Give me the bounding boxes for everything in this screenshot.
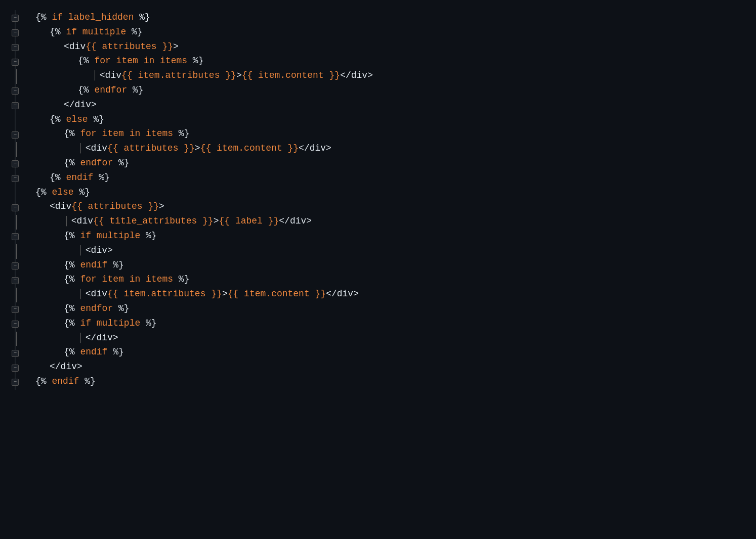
token-white: <div (86, 141, 107, 156)
code-line: {% if label_hidden %} (35, 10, 756, 25)
code-line: │<div{{ title_attributes }}>{{ label }}<… (35, 214, 756, 229)
token-white: {% (35, 185, 47, 200)
token-white: {% (64, 301, 75, 316)
token-white: > (222, 287, 228, 301)
token-orange: {{ item.content }} (200, 141, 299, 156)
token-white: </div> (86, 331, 118, 345)
token-orange: for item in items (89, 54, 193, 68)
gutter-line (0, 375, 30, 390)
fold-pipe-icon (16, 69, 17, 84)
token-white: %} (132, 25, 143, 39)
token-white: %} (79, 185, 90, 200)
token-white: %} (139, 10, 150, 25)
code-line: <div{{ attributes }}> (35, 39, 756, 54)
indent-guide: │ (92, 68, 98, 83)
token-orange: endif (47, 374, 85, 389)
fold-collapse-icon[interactable] (12, 29, 19, 36)
code-line: │<div{{ item.attributes }}>{{ item.conte… (35, 287, 756, 301)
token-orange: endfor (75, 301, 118, 316)
token-white: <div (50, 199, 71, 214)
fold-collapse-icon[interactable] (12, 44, 19, 51)
fold-collapse-icon[interactable] (12, 262, 19, 270)
code-line: </div> (35, 98, 756, 112)
fold-pipe-icon (16, 332, 17, 346)
gutter-line (0, 157, 30, 171)
gutter-line (0, 186, 30, 201)
token-orange: for item in items (75, 126, 179, 141)
token-white: {% (64, 272, 75, 287)
gutter-line (0, 142, 30, 157)
token-white: {% (64, 345, 75, 360)
fold-collapse-icon[interactable] (12, 160, 19, 167)
token-white: </div> (279, 214, 312, 229)
gutter-line (0, 55, 30, 69)
token-white: <div (64, 39, 86, 54)
code-line: {% if multiple %} (35, 25, 756, 39)
fold-collapse-icon[interactable] (12, 365, 19, 372)
code-line: {% for item in items %} (35, 54, 756, 68)
fold-collapse-icon[interactable] (12, 321, 19, 328)
token-white: %} (99, 170, 110, 185)
token-white: {% (64, 258, 75, 273)
gutter-line (0, 215, 30, 230)
gutter-line (0, 40, 30, 55)
token-orange: endif (61, 170, 99, 185)
gutter-line (0, 332, 30, 346)
code-line: {% endif %} (35, 258, 756, 273)
token-white: <div (86, 287, 107, 301)
token-orange: if multiple (75, 229, 146, 243)
fold-collapse-icon[interactable] (12, 306, 19, 313)
token-white: </div> (340, 68, 373, 83)
code-editor: {% if label_hidden %}{% if multiple %}<d… (0, 0, 756, 400)
fold-collapse-icon[interactable] (12, 233, 19, 240)
gutter-line (0, 26, 30, 40)
token-white: %} (118, 156, 130, 170)
fold-collapse-icon[interactable] (12, 175, 19, 182)
token-white: <div> (86, 243, 113, 258)
token-white: {% (50, 170, 61, 185)
token-white: %} (146, 229, 157, 243)
token-white: > (173, 39, 179, 54)
code-line: {% endfor %} (35, 83, 756, 98)
gutter-line (0, 171, 30, 186)
token-orange: {{ attributes }} (71, 199, 159, 214)
gutter-line (0, 200, 30, 215)
code-line: {% if multiple %} (35, 229, 756, 243)
token-orange: {{ attributes }} (107, 141, 195, 156)
token-white: {% (64, 156, 75, 170)
fold-collapse-icon[interactable] (12, 379, 19, 386)
token-orange: {{ item.content }} (228, 287, 326, 301)
token-orange: if multiple (61, 25, 132, 39)
gutter-line (0, 346, 30, 361)
gutter-line (0, 273, 30, 288)
gutter-line (0, 127, 30, 142)
gutter-line (0, 99, 30, 113)
token-white: {% (64, 126, 75, 141)
token-white: </div> (326, 287, 359, 301)
token-white: %} (146, 316, 157, 331)
token-white: > (214, 214, 219, 229)
code-line: {% else %} (35, 185, 756, 200)
token-white: {% (35, 10, 47, 25)
token-white: {% (50, 112, 61, 127)
token-white: </div> (50, 360, 82, 374)
token-white: %} (85, 374, 96, 389)
token-white: %} (179, 272, 190, 287)
token-orange: endfor (75, 156, 118, 170)
fold-collapse-icon[interactable] (12, 59, 19, 66)
token-white: {% (78, 83, 89, 98)
token-white: %} (93, 112, 104, 127)
token-orange: {{ item.attributes }} (121, 68, 236, 83)
fold-collapse-icon[interactable] (12, 87, 19, 95)
fold-collapse-icon[interactable] (12, 204, 19, 211)
fold-collapse-icon[interactable] (12, 131, 19, 139)
indent-guide: │ (78, 331, 83, 345)
fold-collapse-icon[interactable] (12, 15, 19, 22)
code-line: │<div> (35, 243, 756, 258)
token-white: {% (50, 25, 61, 39)
token-orange: if multiple (75, 316, 146, 331)
fold-collapse-icon[interactable] (12, 102, 19, 109)
token-white: %} (133, 83, 144, 98)
fold-collapse-icon[interactable] (12, 277, 19, 284)
fold-collapse-icon[interactable] (12, 350, 19, 357)
